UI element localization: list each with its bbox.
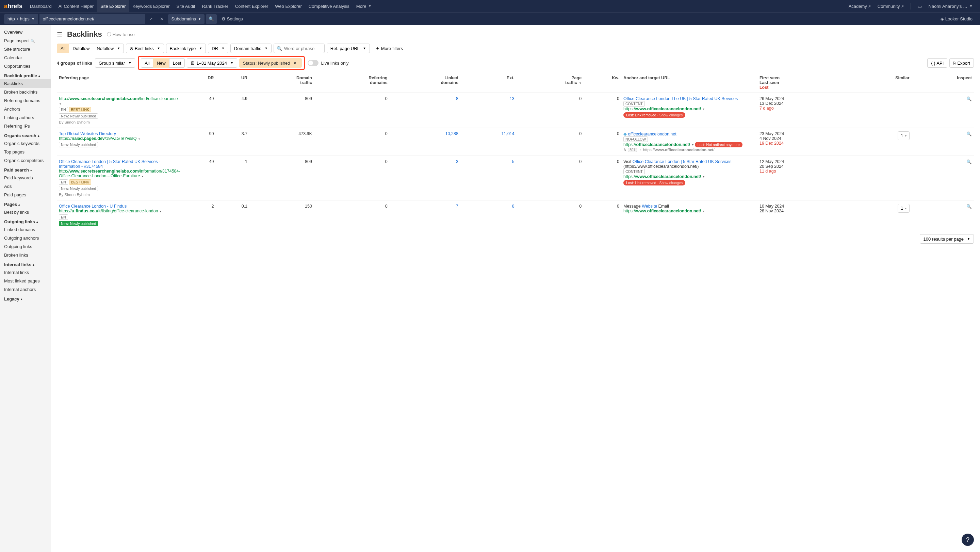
nav-more[interactable]: More▼: [353, 0, 375, 12]
sidebar-item-site-structure[interactable]: Site structure: [0, 45, 51, 53]
inspect-icon[interactable]: 🔍: [966, 160, 972, 164]
cell-linked-domains[interactable]: 8: [390, 93, 460, 128]
sidebar-item-opportunities[interactable]: Opportunities: [0, 62, 51, 70]
nav-content-explorer[interactable]: Content Explorer: [232, 0, 272, 12]
col-kw[interactable]: Kw.: [584, 73, 621, 93]
sidebar-item-referring-domains[interactable]: Referring domains: [0, 96, 51, 105]
col-page-traffic[interactable]: Page traffic ▼: [517, 73, 584, 93]
referring-url[interactable]: https://naiad.pages.dev/19/vZGTeYvssQ: [59, 136, 137, 141]
logo[interactable]: ahrefs: [4, 3, 22, 10]
results-per-page-select[interactable]: 100 results per page▼: [920, 234, 974, 244]
open-external-icon[interactable]: ↗: [146, 14, 156, 24]
device-icon[interactable]: ▭: [914, 0, 925, 12]
settings-link[interactable]: ⚙ Settings: [218, 13, 247, 25]
sidebar-item-internal-anchors[interactable]: Internal anchors: [0, 285, 51, 294]
sidebar-toggle-icon[interactable]: ☰: [57, 31, 62, 38]
sidebar-item-referring-ips[interactable]: Referring IPs: [0, 122, 51, 130]
sidebar-item-calendar[interactable]: Calendar: [0, 53, 51, 62]
sidebar-item-outgoing-anchors[interactable]: Outgoing anchors: [0, 234, 51, 242]
nav-rank-tracker[interactable]: Rank Tracker: [198, 0, 231, 12]
ref-page-url-filter[interactable]: Ref. page URL▼: [327, 44, 370, 53]
sidebar-group-pages[interactable]: Pages▴: [0, 199, 51, 208]
tab-all[interactable]: All: [141, 58, 153, 68]
cell-ext[interactable]: 8: [460, 200, 517, 230]
live-links-toggle[interactable]: [308, 60, 318, 66]
sidebar-item-paid-keywords[interactable]: Paid keywords: [0, 173, 51, 182]
sidebar-group-legacy[interactable]: Legacy▴: [0, 294, 51, 302]
tab-new[interactable]: New: [153, 58, 169, 68]
sidebar-item-internal-links[interactable]: Internal links: [0, 268, 51, 277]
sidebar-item-linking-authors[interactable]: Linking authors: [0, 113, 51, 122]
domain-traffic-filter[interactable]: Domain traffic▼: [231, 44, 272, 53]
domain-input[interactable]: [40, 14, 145, 24]
cell-linked-domains[interactable]: 7: [390, 200, 460, 230]
similar-count[interactable]: 1 ▾: [898, 204, 910, 213]
target-url[interactable]: https://www.officeclearancelondon.net/: [624, 107, 701, 111]
col-ext[interactable]: Ext.: [460, 73, 517, 93]
sidebar-item-broken-links[interactable]: Broken links: [0, 251, 51, 259]
user-menu[interactable]: Naomi Aharony's …▼: [925, 0, 976, 12]
more-filters-button[interactable]: ＋ More filters: [372, 44, 406, 53]
sidebar-item-paid-pages[interactable]: Paid pages: [0, 191, 51, 199]
how-to-use-link[interactable]: ⓘ How to use: [107, 31, 135, 37]
subdomains-select[interactable]: Subdomains▼: [168, 14, 205, 24]
sidebar-group-internal-links[interactable]: Internal links▴: [0, 259, 51, 268]
cell-linked-domains[interactable]: 3: [390, 156, 460, 200]
nav-web-explorer[interactable]: Web Explorer: [272, 0, 305, 12]
protocol-select[interactable]: http + https▼: [4, 14, 38, 24]
lost-pill[interactable]: Lost: Link removed · Show changes: [624, 180, 685, 186]
col-dates[interactable]: First seen Last seen Lost: [757, 73, 852, 93]
referring-url[interactable]: http://www.secretsearchenginelabs.com/fi…: [59, 96, 178, 101]
sidebar-item-backlinks[interactable]: Backlinks: [0, 79, 51, 88]
col-domain-traffic[interactable]: Domain traffic: [250, 73, 314, 93]
export-button[interactable]: ⎘ Export: [950, 58, 974, 68]
col-anchor[interactable]: Anchor and target URL: [621, 73, 757, 93]
sidebar-group-backlink-profile[interactable]: Backlink profile▴: [0, 70, 51, 79]
status-tag[interactable]: Status: Newly published ✕: [239, 58, 302, 68]
nav-keywords-explorer[interactable]: Keywords Explorer: [129, 0, 173, 12]
sidebar-group-outgoing-links[interactable]: Outgoing links▴: [0, 216, 51, 225]
col-inspect[interactable]: Inspect: [912, 73, 974, 93]
sidebar-item-anchors[interactable]: Anchors: [0, 105, 51, 113]
inspect-icon[interactable]: 🔍: [966, 204, 972, 209]
referring-url[interactable]: https://u-findus.co.uk/listing/office-cl…: [59, 208, 158, 213]
best-links-filter[interactable]: ⊘ Best links▼: [126, 44, 164, 53]
col-similar[interactable]: Similar: [852, 73, 912, 93]
nav-site-explorer[interactable]: Site Explorer: [97, 0, 129, 12]
follow-all[interactable]: All: [57, 44, 69, 53]
sidebar-item-organic-keywords[interactable]: Organic keywords: [0, 139, 51, 148]
inspect-icon[interactable]: 🔍: [966, 97, 972, 102]
tab-lost[interactable]: Lost: [169, 58, 185, 68]
sidebar-group-paid-search[interactable]: Paid search▴: [0, 165, 51, 173]
sidebar-item-linked-domains[interactable]: Linked domains: [0, 225, 51, 234]
sidebar-item-page-inspect[interactable]: Page inspect 🔍: [0, 37, 51, 45]
word-phrase-filter[interactable]: 🔍: [274, 44, 325, 53]
sidebar-item-best-by-links[interactable]: Best by links: [0, 208, 51, 216]
nav-community[interactable]: Community↗: [874, 0, 907, 12]
similar-count[interactable]: 1 ▾: [898, 131, 910, 140]
clear-icon[interactable]: ✕: [157, 14, 167, 24]
col-dr[interactable]: DR: [182, 73, 216, 93]
sidebar-item-broken-backlinks[interactable]: Broken backlinks: [0, 88, 51, 96]
anchor-text[interactable]: officeclearancelondon.net: [628, 132, 676, 137]
api-button[interactable]: { } API: [927, 58, 947, 68]
cell-ext[interactable]: 13: [460, 93, 517, 128]
col-referring-domains[interactable]: Referring domains: [314, 73, 390, 93]
anchor-text[interactable]: Office Clearance London | 5 Star Rated U…: [633, 159, 732, 164]
target-url[interactable]: https://www.officeclearancelondon.net/: [624, 208, 701, 213]
referring-title[interactable]: Office Clearance London | 5 Star Rated U…: [59, 159, 160, 169]
nav-competitive-analysis[interactable]: Competitive Analysis: [305, 0, 353, 12]
col-referring-page[interactable]: Referring page: [57, 73, 182, 93]
sidebar-item-organic-competitors[interactable]: Organic competitors: [0, 156, 51, 165]
backlink-type-filter[interactable]: Backlink type▼: [166, 44, 206, 53]
lost-pill[interactable]: Lost: Link removed · Show changes: [624, 112, 685, 118]
follow-nofollow[interactable]: Nofollow▼: [93, 44, 124, 53]
sidebar-item-overview[interactable]: Overview: [0, 28, 51, 37]
nav-academy[interactable]: Academy↗: [845, 0, 874, 12]
col-linked-domains[interactable]: Linked domains: [390, 73, 460, 93]
anchor-text[interactable]: Website: [642, 204, 657, 208]
col-ur[interactable]: UR: [216, 73, 250, 93]
word-phrase-input[interactable]: [284, 46, 321, 51]
looker-studio-link[interactable]: ◈ Looker Studio: [937, 13, 976, 25]
nav-site-audit[interactable]: Site Audit: [173, 0, 199, 12]
